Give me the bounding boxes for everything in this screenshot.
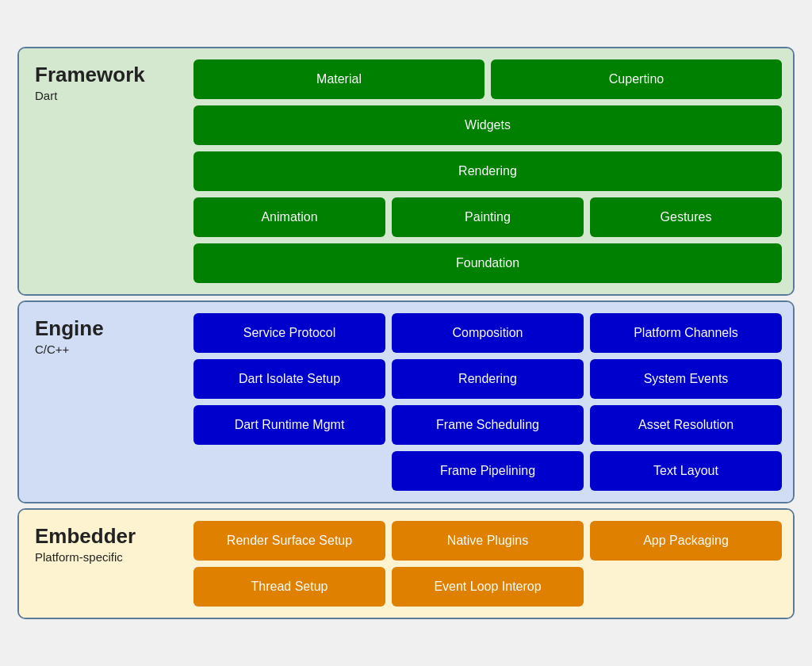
cell-native-plugins: Native Plugins <box>392 521 584 561</box>
engine-subtitle: C/C++ <box>35 343 178 356</box>
cell-event-loop-interop: Event Loop Interop <box>392 567 584 607</box>
framework-subtitle: Dart <box>35 89 178 102</box>
cell-system-events: System Events <box>590 359 782 399</box>
framework-content: MaterialCupertinoWidgetsRenderingAnimati… <box>193 48 793 294</box>
row: Thread SetupEvent Loop Interop <box>193 567 782 607</box>
row: Widgets <box>193 105 782 145</box>
cell-widgets: Widgets <box>193 105 782 145</box>
engine-label: Engine C/C++ <box>19 302 193 502</box>
cell-empty <box>590 567 782 607</box>
row: Dart Isolate SetupRenderingSystem Events <box>193 359 782 399</box>
cell-asset-resolution: Asset Resolution <box>590 405 782 445</box>
framework-title: Framework <box>35 63 178 87</box>
framework-section: Framework Dart MaterialCupertinoWidgetsR… <box>17 47 795 296</box>
row: Render Surface SetupNative PluginsApp Pa… <box>193 521 782 561</box>
row: MaterialCupertino <box>193 59 782 99</box>
cell-painting: Painting <box>392 197 584 237</box>
cell-rendering: Rendering <box>392 359 584 399</box>
embedder-subtitle: Platform-specific <box>35 550 178 564</box>
row: Dart Runtime MgmtFrame SchedulingAsset R… <box>193 405 782 445</box>
cell-dart-runtime-mgmt: Dart Runtime Mgmt <box>193 405 385 445</box>
cell-thread-setup: Thread Setup <box>193 567 385 607</box>
cell-cupertino: Cupertino <box>491 59 782 99</box>
engine-content: Service ProtocolCompositionPlatform Chan… <box>193 302 793 502</box>
cell-gestures: Gestures <box>590 197 782 237</box>
engine-section: Engine C/C++ Service ProtocolComposition… <box>17 300 795 503</box>
cell-frame-scheduling: Frame Scheduling <box>392 405 584 445</box>
row: Foundation <box>193 243 782 283</box>
cell-platform-channels: Platform Channels <box>590 313 782 353</box>
cell-app-packaging: App Packaging <box>590 521 782 561</box>
row: AnimationPaintingGestures <box>193 197 782 237</box>
cell-rendering: Rendering <box>193 151 782 191</box>
framework-label: Framework Dart <box>19 48 193 294</box>
row: Service ProtocolCompositionPlatform Chan… <box>193 313 782 353</box>
cell-service-protocol: Service Protocol <box>193 313 385 353</box>
cell-text-layout: Text Layout <box>590 451 782 491</box>
architecture-diagram: Framework Dart MaterialCupertinoWidgetsR… <box>17 47 795 619</box>
row: Frame PipeliningText Layout <box>193 451 782 491</box>
cell-animation: Animation <box>193 197 385 237</box>
cell-empty <box>193 451 385 491</box>
cell-composition: Composition <box>392 313 584 353</box>
cell-foundation: Foundation <box>193 243 782 283</box>
embedder-section: Embedder Platform-specific Render Surfac… <box>17 508 795 619</box>
cell-frame-pipelining: Frame Pipelining <box>392 451 584 491</box>
embedder-content: Render Surface SetupNative PluginsApp Pa… <box>193 510 793 618</box>
embedder-label: Embedder Platform-specific <box>19 510 193 618</box>
row: Rendering <box>193 151 782 191</box>
cell-material: Material <box>193 59 485 99</box>
cell-dart-isolate-setup: Dart Isolate Setup <box>193 359 385 399</box>
cell-render-surface-setup: Render Surface Setup <box>193 521 385 561</box>
embedder-title: Embedder <box>35 524 178 549</box>
engine-title: Engine <box>35 316 178 341</box>
